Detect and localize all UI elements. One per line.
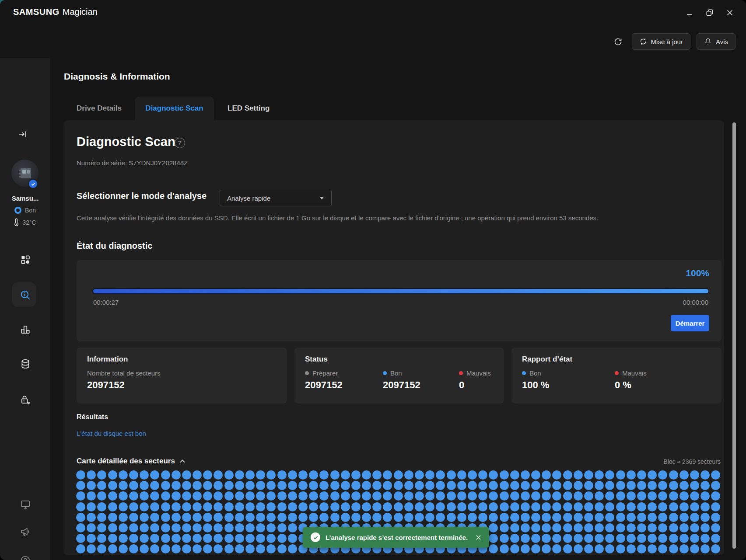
- sidebar-item-dashboard[interactable]: [0, 254, 50, 265]
- sector-dot: [245, 523, 255, 532]
- sector-dot: [182, 544, 191, 553]
- tab-drive-details[interactable]: Drive Details: [77, 97, 122, 120]
- sector-dot: [172, 544, 181, 553]
- sector-dot: [119, 523, 128, 532]
- sidebar-item-help[interactable]: [0, 555, 50, 560]
- sector-dot: [161, 502, 170, 511]
- sector-dot: [447, 502, 456, 511]
- sector-dot: [76, 491, 85, 501]
- sector-dot: [394, 470, 403, 480]
- sector-dot: [552, 481, 561, 490]
- sector-dot: [627, 523, 636, 532]
- tab-led-setting[interactable]: LED Setting: [228, 97, 270, 120]
- sector-dot: [182, 502, 191, 511]
- sector-dot: [330, 502, 340, 511]
- sidebar-item-system[interactable]: [0, 499, 50, 510]
- sector-dot: [415, 513, 424, 522]
- sector-dot: [510, 491, 519, 501]
- sector-dot: [447, 470, 456, 480]
- sector-dot: [277, 534, 287, 543]
- sector-dot: [489, 513, 498, 522]
- sector-dot: [500, 544, 509, 553]
- drive-health-badge: [28, 179, 38, 189]
- vertical-scrollbar[interactable]: [732, 122, 736, 549]
- sector-dot: [531, 513, 540, 522]
- sector-dot: [203, 502, 212, 511]
- notice-button[interactable]: Avis: [697, 33, 735, 50]
- sector-dot: [245, 481, 255, 490]
- drive-name[interactable]: Samsu...: [0, 195, 50, 202]
- sector-dot: [235, 481, 244, 490]
- sector-dot: [648, 491, 657, 501]
- sector-dot: [436, 481, 445, 490]
- chevron-up-icon[interactable]: [179, 459, 186, 463]
- sector-dot: [521, 502, 530, 511]
- close-button[interactable]: [725, 8, 735, 17]
- sector-dot: [129, 534, 138, 543]
- sector-dot: [383, 491, 392, 501]
- restore-button[interactable]: [705, 8, 714, 17]
- sector-dot: [362, 470, 371, 480]
- sector-dot: [510, 470, 519, 480]
- sector-dot: [108, 481, 117, 490]
- sidebar-item-performance[interactable]: [0, 324, 50, 335]
- sector-dot: [288, 523, 297, 532]
- sidebar-item-security[interactable]: [0, 394, 50, 406]
- sector-dot: [161, 491, 170, 501]
- sector-dot: [309, 481, 318, 490]
- sector-dot: [235, 544, 244, 553]
- sector-dot: [489, 470, 498, 480]
- sector-dot: [362, 502, 371, 511]
- sector-dot: [224, 523, 234, 532]
- sector-dot: [510, 534, 519, 543]
- tab-diagnostic-scan[interactable]: Diagnostic Scan: [135, 97, 214, 120]
- sector-dot: [108, 534, 117, 543]
- chevron-down-icon: [319, 196, 324, 200]
- sector-dot: [669, 481, 678, 490]
- sector-dot: [341, 491, 350, 501]
- sector-dot: [690, 544, 699, 553]
- sector-dot: [700, 470, 710, 480]
- sector-dot: [383, 513, 392, 522]
- report-bad-label: Mauvais: [622, 369, 647, 377]
- start-button[interactable]: Démarrer: [671, 315, 709, 331]
- toast-close-icon[interactable]: [476, 535, 481, 540]
- minimize-button[interactable]: [685, 8, 694, 17]
- scan-mode-select[interactable]: Analyse rapide: [220, 190, 332, 206]
- sector-dot: [245, 502, 255, 511]
- help-circle-icon[interactable]: ?: [175, 138, 185, 148]
- sector-dot: [552, 491, 561, 501]
- sector-dot: [510, 523, 519, 532]
- time-elapsed: 00:00:27: [93, 299, 119, 306]
- sector-dot: [341, 470, 350, 480]
- sector-dot: [542, 523, 551, 532]
- sector-dot: [669, 523, 678, 532]
- drive-temperature-row: 32°C: [0, 218, 50, 226]
- sector-dot: [574, 470, 583, 480]
- update-button[interactable]: Mise à jour: [632, 33, 690, 50]
- refresh-icon[interactable]: [611, 34, 626, 49]
- sector-dot: [584, 491, 593, 501]
- sector-dot: [172, 491, 181, 501]
- sector-dot: [394, 502, 403, 511]
- sector-dot: [224, 544, 234, 553]
- sector-dot: [235, 513, 244, 522]
- sector-dot: [351, 481, 361, 490]
- sector-dot: [690, 523, 699, 532]
- sidebar-expand-icon[interactable]: [17, 128, 29, 140]
- sector-dot: [140, 513, 149, 522]
- sector-dot: [658, 502, 667, 511]
- sidebar-item-announcements[interactable]: [0, 526, 50, 538]
- sector-dot: [457, 513, 466, 522]
- results-link[interactable]: L'état du disque est bon: [77, 430, 146, 437]
- sidebar-item-diagnosis[interactable]: [0, 289, 50, 301]
- sector-dot: [616, 534, 625, 543]
- sector-dot: [119, 513, 128, 522]
- sector-dot: [87, 513, 96, 522]
- sidebar-item-data-management[interactable]: [0, 358, 50, 370]
- sector-dot: [97, 470, 106, 480]
- sector-dot: [256, 481, 265, 490]
- sector-dot: [457, 470, 466, 480]
- sector-dot: [256, 534, 265, 543]
- sector-dot: [224, 470, 234, 480]
